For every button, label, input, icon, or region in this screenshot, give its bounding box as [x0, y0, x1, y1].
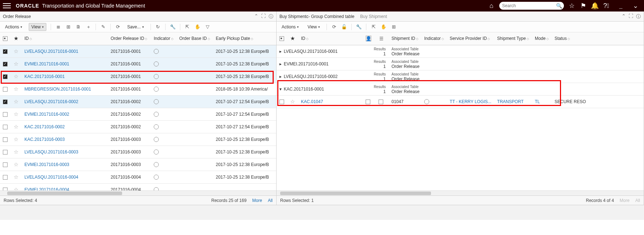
detach-icon[interactable]: ⛶ — [261, 13, 266, 20]
expand-icon[interactable]: ▾ — [279, 87, 282, 92]
row-id-link[interactable]: KAC.20171016-0003 — [24, 137, 65, 142]
row-id-link[interactable]: KAC.01047 — [301, 99, 323, 104]
row-checkbox[interactable] — [3, 74, 8, 79]
grid-icon[interactable]: ⊞ — [391, 24, 397, 30]
row-checkbox[interactable] — [3, 137, 8, 142]
hand-icon[interactable]: ✋ — [381, 24, 386, 30]
shipment-type-link[interactable]: TRANSPORT — [497, 99, 524, 104]
collapse-icon[interactable]: ⌃ — [254, 13, 258, 20]
row-id-link[interactable]: MBREGRESSION.20171016-0001 — [24, 87, 91, 92]
row-checkbox[interactable] — [3, 162, 8, 167]
col-shipment-type[interactable]: Shipment Type◇ — [494, 32, 532, 45]
row-id-link[interactable]: KAC.20171016-0001 — [24, 74, 65, 79]
favorite-icon[interactable]: ☆ — [14, 61, 18, 67]
favorite-icon[interactable]: ☆ — [14, 186, 18, 191]
row-checkbox[interactable] — [3, 125, 8, 129]
add-icon[interactable]: ＋ — [85, 24, 91, 30]
table-row[interactable]: ☆EVMEI.20171016-000420171016-0004 — [0, 183, 276, 190]
wrench-icon[interactable]: 🔧 — [356, 24, 362, 30]
col-mode[interactable]: Mode◇ — [532, 32, 552, 45]
table-row[interactable]: ☆EVMEI.20171016-000120171016-00012017-10… — [0, 57, 276, 70]
row-id-link[interactable]: EVMEI.20171016-0001 — [24, 61, 69, 66]
favorites-icon[interactable]: ☆ — [567, 1, 576, 10]
table-row[interactable]: ☆EVMEI.20171016-000220171016-00022017-10… — [0, 108, 276, 120]
row-checkbox[interactable] — [3, 175, 8, 180]
favorite-icon[interactable]: ☆ — [14, 111, 18, 117]
info-icon[interactable]: ⓘ — [636, 13, 641, 20]
nav-menu-icon[interactable] — [3, 2, 11, 10]
favorite-col[interactable]: ★ — [290, 35, 295, 41]
table-row[interactable]: ☆LVELASQU.20171016-000420171016-00042017… — [0, 171, 276, 183]
select-all-checkbox[interactable] — [3, 36, 8, 41]
right-hscroll[interactable] — [277, 190, 644, 195]
favorite-icon[interactable]: ☆ — [14, 149, 18, 155]
actions-menu[interactable]: Actions — [3, 23, 24, 31]
filter-icon[interactable]: ▽ — [205, 24, 210, 30]
table-row[interactable]: ☆MBREGRESSION.20171016-000120171016-0001… — [0, 83, 276, 95]
export-icon[interactable]: ⇱ — [185, 24, 190, 30]
group-row[interactable]: ▾KAC.20171016-0001Results1Associated Tab… — [277, 83, 644, 95]
actions-menu[interactable]: Actions — [279, 23, 301, 31]
expand-icon[interactable]: ▸ — [279, 61, 282, 66]
provider-link[interactable]: TT - KERRY LOGIS... — [450, 99, 491, 104]
table-row[interactable]: ☆KAC.20171016-000220171016-00022017-10-2… — [0, 120, 276, 133]
favorite-icon[interactable]: ☆ — [14, 86, 18, 92]
collapse-icon[interactable]: ⌃ — [622, 13, 626, 20]
more-link[interactable]: More — [252, 198, 262, 203]
favorite-icon[interactable]: ☆ — [14, 136, 18, 142]
all-link[interactable]: All — [268, 198, 273, 203]
row-checkbox[interactable] — [3, 188, 8, 190]
freeze-icon[interactable]: ⊞ — [65, 24, 71, 30]
export-icon[interactable]: ⇱ — [371, 24, 376, 30]
lock-icon[interactable]: 🔓 — [341, 24, 347, 30]
row-id-link[interactable]: KAC.20171016-0002 — [24, 124, 65, 129]
search-icon[interactable]: 🔍 — [556, 3, 562, 9]
detach-icon[interactable]: ⛶ — [629, 13, 633, 20]
expand-icon[interactable]: ▸ — [279, 49, 282, 54]
help-icon[interactable]: ?⃝ — [602, 1, 611, 10]
row-id-link[interactable]: EVMEI.20171016-0004 — [24, 187, 69, 191]
row-checkbox[interactable] — [279, 100, 284, 104]
row-id-link[interactable]: LVELASQU.20171016-0003 — [24, 149, 78, 155]
favorite-icon[interactable]: ☆ — [14, 48, 18, 54]
favorite-col[interactable]: ★ — [14, 35, 18, 41]
table-row[interactable]: ☆KAC.20171016-000320171016-00032017-10-2… — [0, 133, 276, 146]
col-order-release-id[interactable]: Order Release ID◇ — [108, 32, 151, 45]
group-row[interactable]: ▸LVELASQU.20171016-0001Results1Associate… — [277, 45, 644, 57]
table-row[interactable]: ☆KAC.20171016-000120171016-00012017-10-2… — [0, 70, 276, 83]
col-indicator[interactable]: Indicator◇ — [151, 32, 176, 45]
group-by-list-icon[interactable]: ☰ — [379, 36, 384, 41]
format-icon[interactable]: ≣ — [55, 24, 61, 30]
edit-icon[interactable]: ✎ — [100, 24, 106, 30]
row-checkbox[interactable] — [3, 100, 8, 104]
expand-icon[interactable]: ▸ — [279, 74, 282, 79]
home-icon[interactable]: ⌂ — [487, 1, 496, 10]
group-by-user-icon[interactable]: 👤 — [366, 36, 371, 41]
refresh-icon[interactable]: ⟳ — [331, 24, 337, 30]
col-id[interactable]: ID◇ — [22, 32, 108, 45]
favorite-icon[interactable]: ☆ — [14, 161, 18, 167]
flag-checkbox[interactable] — [379, 100, 383, 104]
favorite-icon[interactable]: ☆ — [290, 98, 295, 105]
wrench-icon[interactable]: 🔧 — [170, 24, 176, 30]
col-status[interactable]: Status◇ — [552, 32, 644, 45]
favorite-icon[interactable]: ☆ — [14, 73, 18, 79]
hand-icon[interactable]: ✋ — [195, 24, 200, 30]
notifications-icon[interactable]: 🔔 — [590, 1, 599, 10]
view-menu[interactable]: View — [305, 23, 322, 31]
mode-link[interactable]: TL — [535, 99, 540, 104]
favorite-icon[interactable]: ☆ — [14, 98, 18, 105]
expand-icon[interactable]: ⌄ — [631, 1, 640, 10]
favorite-icon[interactable]: ☆ — [14, 124, 18, 130]
col-id[interactable]: ID◇ — [298, 32, 363, 45]
row-checkbox[interactable] — [3, 62, 8, 66]
left-hscroll[interactable] — [0, 190, 276, 195]
row-checkbox[interactable] — [3, 112, 8, 117]
select-all-checkbox[interactable] — [279, 36, 284, 41]
col-early-pickup[interactable]: Early Pickup Date◇ — [213, 32, 276, 45]
row-id-link[interactable]: LVELASQU.20171016-0001 — [24, 49, 78, 54]
info-icon[interactable]: ⓘ — [269, 13, 273, 20]
group-row[interactable]: ▸EVMEI.20171016-0001Results1Associated T… — [277, 57, 644, 70]
row-checkbox[interactable] — [3, 150, 8, 155]
table-row[interactable]: ☆EVMEI.20171016-000320171016-00032017-10… — [0, 158, 276, 171]
